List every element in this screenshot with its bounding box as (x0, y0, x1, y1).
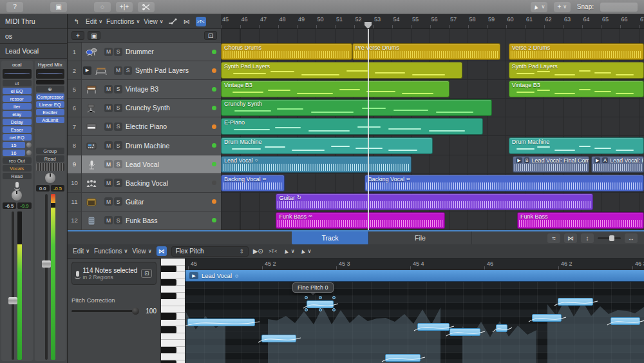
track-header-guitar[interactable]: 11 M S Guitar (68, 193, 221, 211)
track-lane[interactable]: Drum Machine Drum Machine (221, 137, 644, 155)
snap-dropdown[interactable] (600, 3, 638, 12)
bar-ruler[interactable]: 4546474849505152535455565758596061626364… (221, 14, 644, 29)
group-slot[interactable]: Group (36, 148, 65, 154)
arrange-menu-edit[interactable]: Edit∨ (86, 18, 102, 25)
mute-button[interactable]: M (104, 197, 113, 206)
piano-keys[interactable] (161, 259, 185, 363)
arrange-menu-functions[interactable]: Functions∨ (106, 18, 140, 25)
help-icon[interactable]: ? (6, 2, 23, 12)
solo-button[interactable]: S (114, 160, 122, 168)
piano-white-key[interactable] (161, 340, 185, 347)
region-synth-pad-layers[interactable]: Synth Pad Layers (509, 62, 644, 79)
plugin-slot[interactable]: Exciter (36, 109, 65, 115)
fit-zoom-icon[interactable]: ⋈ (564, 233, 577, 243)
track-name[interactable]: Funk Bass (126, 217, 212, 224)
region-lead-vocal-fi[interactable]: ▶ALead Vocal: Fi (591, 156, 644, 173)
region-synth-pad-layers[interactable]: Synth Pad Layers (221, 62, 462, 79)
piano-white-key[interactable] (161, 353, 185, 360)
solo-button[interactable]: S (114, 179, 122, 187)
tab-file[interactable]: File (369, 231, 472, 244)
track-header-crunchy-synth[interactable]: 6 M S Crunchy Synth (68, 99, 221, 117)
track-lane[interactable]: Synth Pad Layers Synth Pad Layers (221, 61, 644, 80)
track-header-synth-pad-layers[interactable]: 2 ▶ M S Synth Pad Layers (68, 61, 221, 80)
editor-command-tool[interactable]: ▲∨ (299, 246, 312, 256)
eq-thumbnail[interactable] (36, 69, 65, 79)
local-inspector-button[interactable]: ⊡ (141, 269, 152, 278)
flex-icon[interactable]: ⋈ (156, 246, 167, 256)
track-header-vintage-b3[interactable]: 5 M S Vintage B3 (68, 80, 221, 99)
tab-track[interactable]: Track (292, 231, 369, 244)
solo-button[interactable]: S (114, 85, 122, 93)
track-lane[interactable]: E-Piano (221, 117, 644, 136)
solo-button[interactable]: S (124, 66, 132, 75)
region-verse-2-drums[interactable]: Verse 2 Drums (509, 43, 644, 60)
region-drum-machine[interactable]: Drum Machine (221, 137, 433, 154)
waveform-zoom-icon[interactable]: ≈ (547, 233, 560, 243)
output-slot[interactable]: reo Out (3, 157, 32, 164)
track-name[interactable]: Drum Machine (126, 142, 212, 150)
track-header-funk-bass[interactable]: 12 M S Funk Bass (68, 211, 221, 230)
mute-button[interactable]: M (104, 48, 113, 56)
pitch-note[interactable] (496, 324, 507, 332)
pitch-note[interactable] (385, 354, 421, 362)
region-drum-machine[interactable]: Drum Machine (509, 137, 644, 154)
mute-button[interactable]: M (104, 179, 113, 187)
volume-fader[interactable] (45, 194, 48, 360)
note-handle[interactable] (305, 308, 308, 311)
pointer-tool-selector[interactable]: ▲∨ (531, 2, 547, 12)
track-header-electric-piano[interactable]: 7 M S Electric Piano (68, 117, 221, 136)
note-handle[interactable] (319, 296, 322, 299)
plugin-slot[interactable]: AdLimit (36, 117, 65, 123)
pan-knob[interactable] (45, 173, 55, 183)
add-track-button[interactable]: + (71, 31, 84, 40)
solo-button[interactable]: S (114, 48, 122, 56)
pitch-correction-slider[interactable] (71, 310, 138, 312)
piano-black-key[interactable] (161, 347, 176, 354)
horizontal-zoom-icon[interactable]: ↔ (625, 233, 638, 243)
pitch-note[interactable] (450, 328, 480, 336)
vertical-zoom-icon[interactable]: ↕ (581, 233, 594, 243)
mute-button[interactable]: M (104, 85, 113, 93)
piano-white-key[interactable] (161, 286, 185, 293)
panel-toggle-icon[interactable]: ▣ (50, 2, 67, 12)
region-chorus-drums[interactable]: Chorus Drums (221, 43, 352, 60)
editor-region-header[interactable]: ▶ Lead Vocal ○ (185, 270, 644, 282)
piano-white-key[interactable] (161, 272, 185, 279)
region-play-icon[interactable]: ▶ (189, 272, 198, 279)
plugin-slot[interactable]: ressor (3, 95, 32, 102)
strip-setting-button[interactable]: ⊕ (36, 86, 65, 92)
automation-mode[interactable]: Read (36, 155, 65, 162)
volume-fader[interactable] (12, 211, 14, 360)
scissors-icon[interactable] (138, 2, 155, 12)
plugin-slot[interactable]: elay (3, 111, 32, 117)
region-e-piano[interactable]: E-Piano (221, 118, 483, 135)
piano-white-key[interactable] (161, 333, 185, 340)
region-inspector-header[interactable]: MIDI Thru (0, 14, 67, 29)
mute-button[interactable]: M (104, 123, 113, 131)
track-lane[interactable]: Funk Bass∞ Funk Bass (221, 211, 644, 230)
note-handle[interactable] (332, 296, 336, 299)
note-handle[interactable] (332, 308, 336, 311)
cycle-icon[interactable]: ◌ (94, 2, 111, 12)
pitch-note[interactable] (558, 298, 593, 306)
track-lane[interactable]: Lead Vocal○ ▶BLead Vocal: Final Com ▶ALe… (221, 155, 644, 174)
track-lane[interactable]: Backing Vocal∞ Backing Vocal∞ (221, 174, 644, 193)
region-lead-vocal-final-com[interactable]: ▶BLead Vocal: Final Com (513, 156, 589, 173)
send-knob[interactable] (26, 150, 32, 155)
pitch-note[interactable] (261, 335, 296, 342)
track-inspector-header[interactable]: Lead Vocal (0, 44, 67, 59)
solo-button[interactable]: S (114, 216, 122, 224)
eq-thumbnail[interactable] (3, 69, 32, 79)
editor-pointer-tool[interactable]: ▲∨ (283, 246, 295, 256)
waveform-zoom-slider[interactable] (598, 237, 621, 239)
plugin-slot[interactable]: Compressor (36, 93, 65, 100)
send-knob[interactable] (26, 142, 32, 148)
region-guitar[interactable]: Guitar↻ (276, 193, 593, 210)
plugin-slot[interactable]: el EQ (3, 88, 32, 94)
pitch-note[interactable] (532, 314, 562, 322)
region-lead-vocal[interactable]: Lead Vocal○ (221, 156, 412, 173)
track-lane[interactable]: Guitar↻ (221, 193, 644, 211)
send-slot[interactable]: 15 (3, 142, 25, 148)
track-name[interactable]: Synth Pad Layers (135, 66, 212, 74)
catch-playhead-icon[interactable]: >T< (196, 17, 206, 26)
